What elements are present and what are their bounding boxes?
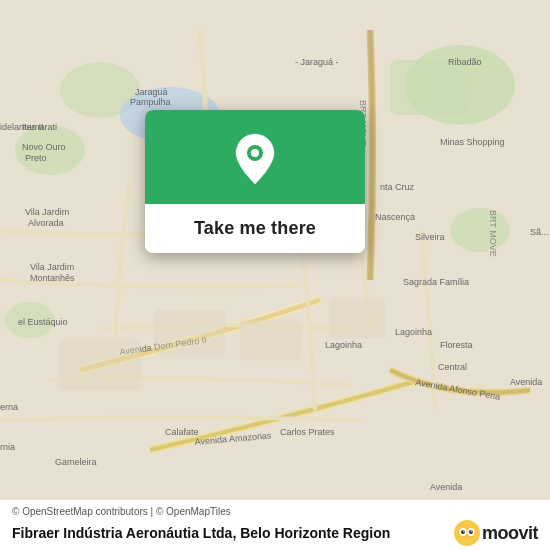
svg-text:Jaraguá: Jaraguá	[135, 87, 168, 97]
svg-text:Minas Shopping: Minas Shopping	[440, 137, 505, 147]
moovit-brand-name: moovit	[482, 523, 538, 544]
map-attribution: © OpenStreetMap contributors | © OpenMap…	[12, 506, 538, 517]
place-title-row: Fibraer Indústria Aeronáutia Ltda, Belo …	[12, 520, 538, 546]
svg-text:Novo Ouro: Novo Ouro	[22, 142, 66, 152]
svg-point-54	[463, 531, 464, 532]
cta-card: Take me there	[145, 110, 365, 253]
svg-text:Gameleira: Gameleira	[55, 457, 97, 467]
svg-text:Avenida Afonso Pena: Avenida Afonso Pena	[415, 377, 501, 402]
svg-text:Alvorada: Alvorada	[28, 218, 64, 228]
svg-point-55	[471, 531, 472, 532]
svg-text:BRT MOVE: BRT MOVE	[488, 210, 498, 257]
svg-text:el Eustáquio: el Eustáquio	[18, 317, 68, 327]
svg-text:Central: Central	[438, 362, 467, 372]
svg-text:Lagoinha: Lagoinha	[325, 340, 362, 350]
svg-point-52	[461, 530, 465, 534]
svg-text:Sã...: Sã...	[530, 227, 549, 237]
svg-text:nta Cruz: nta Cruz	[380, 182, 415, 192]
map-roads: BRT MOVE BRT MOVE Avenida Dom Pedro II A…	[0, 0, 550, 550]
map-container: BRT MOVE BRT MOVE Avenida Dom Pedro II A…	[0, 0, 550, 550]
svg-point-53	[469, 530, 473, 534]
svg-text:Montanhês: Montanhês	[30, 273, 75, 283]
svg-point-49	[454, 520, 480, 546]
svg-text:Avenida: Avenida	[430, 482, 462, 492]
svg-point-48	[251, 149, 259, 157]
svg-text:Vila Jardim: Vila Jardim	[25, 207, 69, 217]
svg-text:Lagoinha: Lagoinha	[395, 327, 432, 337]
svg-text:idelantes II: idelantes II	[0, 122, 44, 132]
svg-text:Avenida Amazonas: Avenida Amazonas	[194, 430, 272, 447]
svg-text:Avenida: Avenida	[510, 377, 542, 387]
moovit-logo: moovit	[454, 520, 538, 546]
svg-rect-45	[330, 300, 385, 338]
moovit-icon	[454, 520, 480, 546]
svg-text:Pampulha: Pampulha	[130, 97, 171, 107]
bottom-bar: © OpenStreetMap contributors | © OpenMap…	[0, 500, 550, 550]
svg-rect-4	[390, 60, 470, 115]
svg-rect-43	[155, 310, 225, 355]
location-pin-icon	[233, 132, 277, 186]
take-me-there-button[interactable]: Take me there	[145, 204, 365, 253]
svg-text:Silveira: Silveira	[415, 232, 445, 242]
svg-text:Floresta: Floresta	[440, 340, 473, 350]
svg-text:Ribadão: Ribadão	[448, 57, 482, 67]
cta-green-area	[145, 110, 365, 204]
svg-point-2	[450, 208, 510, 252]
svg-text:rnia: rnia	[0, 442, 15, 452]
svg-rect-42	[60, 340, 140, 390]
svg-text:Nascença: Nascença	[375, 212, 415, 222]
svg-text:Sagrada Família: Sagrada Família	[403, 277, 469, 287]
svg-text:Calafate: Calafate	[165, 427, 199, 437]
svg-text:Vila Jardim: Vila Jardim	[30, 262, 74, 272]
svg-text:Preto: Preto	[25, 153, 47, 163]
svg-text:Carlos Prates: Carlos Prates	[280, 427, 335, 437]
svg-text:erna: erna	[0, 402, 18, 412]
svg-text:- Jaraguá -: - Jaraguá -	[295, 57, 339, 67]
place-name: Fibraer Indústria Aeronáutia Ltda, Belo …	[12, 525, 454, 541]
svg-rect-44	[240, 320, 300, 360]
